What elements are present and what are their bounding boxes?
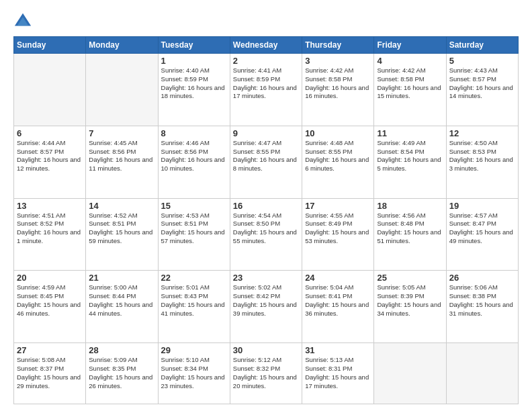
day-number: 25 [377,273,443,283]
calendar-cell [374,343,446,404]
day-number: 31 [305,345,371,355]
calendar-cell: 3Sunrise: 4:42 AM Sunset: 8:58 PM Daylig… [302,54,374,126]
week-row-5: 27Sunrise: 5:08 AM Sunset: 8:37 PM Dayli… [14,343,519,404]
calendar-cell: 31Sunrise: 5:13 AM Sunset: 8:31 PM Dayli… [302,343,374,404]
calendar-cell: 12Sunrise: 4:50 AM Sunset: 8:53 PM Dayli… [446,126,518,198]
calendar-cell: 23Sunrise: 5:02 AM Sunset: 8:42 PM Dayli… [230,271,302,343]
day-info: Sunrise: 4:52 AM Sunset: 8:51 PM Dayligh… [89,212,154,246]
calendar-cell [86,54,158,126]
day-number: 30 [233,345,299,355]
calendar-cell: 27Sunrise: 5:08 AM Sunset: 8:37 PM Dayli… [14,343,86,404]
calendar-cell: 1Sunrise: 4:40 AM Sunset: 8:59 PM Daylig… [158,54,230,126]
day-number: 4 [377,56,443,66]
day-info: Sunrise: 5:06 AM Sunset: 8:38 PM Dayligh… [449,283,515,318]
day-number: 18 [377,201,443,211]
day-number: 11 [377,128,443,138]
weekday-header-saturday: Saturday [446,37,518,54]
weekday-header-tuesday: Tuesday [158,37,230,54]
day-number: 16 [233,201,299,211]
calendar-cell: 16Sunrise: 4:54 AM Sunset: 8:50 PM Dayli… [230,198,302,271]
day-number: 21 [89,273,154,283]
week-row-2: 6Sunrise: 4:44 AM Sunset: 8:57 PM Daylig… [14,126,519,198]
day-info: Sunrise: 4:54 AM Sunset: 8:50 PM Dayligh… [233,212,299,246]
calendar-cell: 14Sunrise: 4:52 AM Sunset: 8:51 PM Dayli… [86,198,158,271]
week-row-1: 1Sunrise: 4:40 AM Sunset: 8:59 PM Daylig… [14,54,519,126]
day-info: Sunrise: 4:41 AM Sunset: 8:59 PM Dayligh… [233,66,299,101]
day-number: 8 [161,128,227,138]
calendar-cell: 25Sunrise: 5:05 AM Sunset: 8:39 PM Dayli… [374,271,446,343]
day-info: Sunrise: 4:51 AM Sunset: 8:52 PM Dayligh… [17,212,83,246]
weekday-header-friday: Friday [374,37,446,54]
week-row-4: 20Sunrise: 4:59 AM Sunset: 8:45 PM Dayli… [14,271,519,343]
day-number: 12 [449,128,515,138]
day-info: Sunrise: 4:56 AM Sunset: 8:48 PM Dayligh… [377,212,443,246]
calendar-cell: 11Sunrise: 4:49 AM Sunset: 8:54 PM Dayli… [374,126,446,198]
calendar-cell: 2Sunrise: 4:41 AM Sunset: 8:59 PM Daylig… [230,54,302,126]
day-info: Sunrise: 5:01 AM Sunset: 8:43 PM Dayligh… [161,283,227,318]
day-number: 3 [305,56,371,66]
day-info: Sunrise: 5:02 AM Sunset: 8:42 PM Dayligh… [233,283,299,318]
day-number: 27 [17,345,83,355]
calendar-cell: 15Sunrise: 4:53 AM Sunset: 8:51 PM Dayli… [158,198,230,271]
day-info: Sunrise: 5:13 AM Sunset: 8:31 PM Dayligh… [305,356,371,390]
day-number: 2 [233,56,299,66]
day-number: 9 [233,128,299,138]
calendar-cell [446,343,518,404]
day-info: Sunrise: 5:10 AM Sunset: 8:34 PM Dayligh… [161,356,227,390]
calendar-cell: 18Sunrise: 4:56 AM Sunset: 8:48 PM Dayli… [374,198,446,271]
day-info: Sunrise: 4:44 AM Sunset: 8:57 PM Dayligh… [17,139,83,173]
day-number: 15 [161,201,227,211]
calendar-cell: 6Sunrise: 4:44 AM Sunset: 8:57 PM Daylig… [14,126,86,198]
day-info: Sunrise: 4:40 AM Sunset: 8:59 PM Dayligh… [161,66,227,101]
day-number: 19 [449,201,515,211]
calendar-cell: 8Sunrise: 4:46 AM Sunset: 8:56 PM Daylig… [158,126,230,198]
week-row-3: 13Sunrise: 4:51 AM Sunset: 8:52 PM Dayli… [14,198,519,271]
day-info: Sunrise: 4:43 AM Sunset: 8:57 PM Dayligh… [449,66,515,101]
day-info: Sunrise: 4:55 AM Sunset: 8:49 PM Dayligh… [305,212,371,246]
day-info: Sunrise: 5:12 AM Sunset: 8:32 PM Dayligh… [233,356,299,390]
calendar-cell: 28Sunrise: 5:09 AM Sunset: 8:35 PM Dayli… [86,343,158,404]
day-info: Sunrise: 4:49 AM Sunset: 8:54 PM Dayligh… [377,139,443,173]
calendar-cell: 21Sunrise: 5:00 AM Sunset: 8:44 PM Dayli… [86,271,158,343]
day-number: 28 [89,345,154,355]
day-number: 29 [161,345,227,355]
day-info: Sunrise: 5:04 AM Sunset: 8:41 PM Dayligh… [305,283,371,318]
day-number: 17 [305,201,371,211]
calendar-cell: 19Sunrise: 4:57 AM Sunset: 8:47 PM Dayli… [446,198,518,271]
day-info: Sunrise: 4:50 AM Sunset: 8:53 PM Dayligh… [449,139,515,173]
day-info: Sunrise: 4:47 AM Sunset: 8:55 PM Dayligh… [233,139,299,173]
day-number: 1 [161,56,227,66]
day-number: 24 [305,273,371,283]
page: SundayMondayTuesdayWednesdayThursdayFrid… [0,0,532,411]
calendar-cell: 13Sunrise: 4:51 AM Sunset: 8:52 PM Dayli… [14,198,86,271]
calendar: SundayMondayTuesdayWednesdayThursdayFrid… [13,36,519,404]
day-info: Sunrise: 5:09 AM Sunset: 8:35 PM Dayligh… [89,356,154,390]
day-info: Sunrise: 4:45 AM Sunset: 8:56 PM Dayligh… [89,139,154,173]
day-info: Sunrise: 5:08 AM Sunset: 8:37 PM Dayligh… [17,356,83,390]
calendar-cell: 17Sunrise: 4:55 AM Sunset: 8:49 PM Dayli… [302,198,374,271]
day-info: Sunrise: 4:48 AM Sunset: 8:55 PM Dayligh… [305,139,371,173]
day-info: Sunrise: 4:42 AM Sunset: 8:58 PM Dayligh… [305,66,371,101]
day-info: Sunrise: 5:05 AM Sunset: 8:39 PM Dayligh… [377,283,443,318]
day-number: 20 [17,273,83,283]
calendar-cell: 20Sunrise: 4:59 AM Sunset: 8:45 PM Dayli… [14,271,86,343]
logo [13,12,35,31]
calendar-cell: 24Sunrise: 5:04 AM Sunset: 8:41 PM Dayli… [302,271,374,343]
day-number: 23 [233,273,299,283]
weekday-header-monday: Monday [86,37,158,54]
day-number: 26 [449,273,515,283]
header [13,12,519,31]
calendar-cell: 22Sunrise: 5:01 AM Sunset: 8:43 PM Dayli… [158,271,230,343]
day-number: 10 [305,128,371,138]
weekday-header-thursday: Thursday [302,37,374,54]
calendar-cell: 29Sunrise: 5:10 AM Sunset: 8:34 PM Dayli… [158,343,230,404]
day-info: Sunrise: 4:57 AM Sunset: 8:47 PM Dayligh… [449,212,515,246]
weekday-header-row: SundayMondayTuesdayWednesdayThursdayFrid… [14,37,519,54]
day-number: 22 [161,273,227,283]
calendar-cell [14,54,86,126]
day-number: 6 [17,128,83,138]
calendar-cell: 26Sunrise: 5:06 AM Sunset: 8:38 PM Dayli… [446,271,518,343]
weekday-header-wednesday: Wednesday [230,37,302,54]
calendar-cell: 7Sunrise: 4:45 AM Sunset: 8:56 PM Daylig… [86,126,158,198]
calendar-cell: 30Sunrise: 5:12 AM Sunset: 8:32 PM Dayli… [230,343,302,404]
